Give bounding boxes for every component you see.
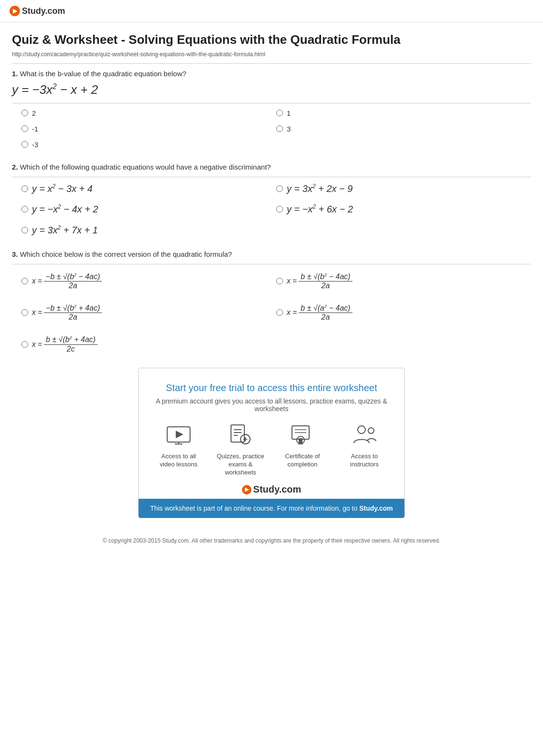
option-3-e[interactable]: x = b ± √(b2 + 4ac) 2c (21, 335, 276, 353)
option-1-a[interactable]: 2 (21, 109, 276, 117)
option-3-d[interactable]: x = b ± √(a2 − 4ac) 2a (276, 303, 531, 322)
radio-3-c[interactable] (21, 309, 28, 316)
radio-1-b[interactable] (276, 110, 283, 116)
radio-3-a[interactable] (21, 278, 28, 284)
radio-1-d[interactable] (276, 125, 283, 132)
option-2-e[interactable]: y = 3x2 + 7x + 1 (21, 224, 276, 236)
question-2-number: 2. (12, 163, 18, 171)
page-url: http://study.com/academy/practice/quiz-w… (12, 51, 531, 58)
divider-q1 (12, 103, 531, 103)
option-1-c[interactable]: -1 (21, 125, 276, 133)
question-1: 1. What is the b-value of the quadratic … (12, 70, 531, 149)
radio-3-b[interactable] (276, 278, 283, 284)
svg-marker-1 (176, 431, 183, 438)
upsell-banner-link[interactable]: Study.com (359, 504, 393, 512)
quizzes-icon (227, 422, 254, 449)
upsell-subtitle: A premium account gives you access to al… (153, 397, 390, 413)
radio-2-e[interactable] (21, 227, 28, 233)
question-2: 2. Which of the following quadratic equa… (12, 163, 531, 236)
radio-1-c[interactable] (21, 125, 28, 132)
option-3-c[interactable]: x = −b ± √(b2 + 4ac) 2a (21, 303, 276, 322)
option-2-a[interactable]: y = x2 − 3x + 4 (21, 183, 276, 194)
feature-quizzes: Quizzes, practice exams & worksheets (217, 422, 264, 477)
feature-instructors-label: Access to instructors (341, 453, 388, 469)
radio-2-d[interactable] (276, 206, 283, 212)
svg-rect-4 (231, 425, 244, 442)
page-title: Quiz & Worksheet - Solving Equations wit… (12, 32, 531, 48)
divider-1 (12, 63, 531, 64)
radio-3-e[interactable] (21, 341, 28, 348)
feature-quizzes-label: Quizzes, practice exams & worksheets (217, 453, 264, 477)
question-3-number: 3. (12, 250, 18, 258)
option-2-c[interactable]: y = −x2 − 4x + 2 (21, 203, 276, 215)
option-3-a[interactable]: x = −b ± √(b2 − 4ac) 2a (21, 272, 276, 290)
question-3-text: 3. Which choice below is the correct ver… (12, 250, 531, 258)
main-content: Quiz & Worksheet - Solving Equations wit… (0, 22, 543, 558)
option-1-e[interactable]: -3 (21, 141, 276, 149)
logo-icon: ▶ (10, 6, 20, 16)
features-row: Access to all video lessons Quizzes, pra… (153, 422, 390, 477)
option-1-d[interactable]: 3 (276, 125, 531, 133)
radio-2-b[interactable] (276, 185, 283, 192)
upsell-banner: This worksheet is part of an online cour… (139, 499, 404, 518)
question-1-text: 1. What is the b-value of the quadratic … (12, 70, 531, 78)
svg-point-17 (368, 428, 374, 433)
upsell-logo: ▶ Study.com (153, 484, 390, 495)
option-3-b[interactable]: x = b ± √(b2 − 4ac) 2a (276, 272, 531, 290)
upsell-box: Start your free trial to access this ent… (138, 368, 405, 519)
radio-2-c[interactable] (21, 206, 28, 212)
radio-2-a[interactable] (21, 185, 28, 192)
svg-point-16 (358, 426, 365, 433)
feature-video-label: Access to all video lessons (155, 453, 202, 469)
upsell-logo-icon: ▶ (242, 485, 251, 494)
upsell-logo-text: Study.com (253, 484, 302, 495)
option-2-d[interactable]: y = −x2 + 6x − 2 (276, 203, 531, 215)
radio-3-d[interactable] (276, 309, 283, 316)
radio-1-a[interactable] (21, 110, 28, 116)
instructors-icon (351, 422, 378, 449)
upsell-banner-text: This worksheet is part of an online cour… (150, 504, 359, 512)
radio-1-e[interactable] (21, 141, 28, 148)
certificate-icon (289, 422, 316, 449)
option-1-b[interactable]: 1 (276, 109, 531, 117)
divider-q2 (12, 177, 531, 177)
option-2-b[interactable]: y = 3x2 + 2x − 9 (276, 183, 531, 194)
header: ▶ Study.com (0, 0, 543, 22)
question-1-formula: y = −3x2 − x + 2 (12, 82, 531, 97)
site-logo[interactable]: ▶ Study.com (10, 6, 533, 16)
feature-certificate: Certificate of completion (279, 422, 326, 477)
question-1-number: 1. (12, 70, 18, 78)
logo-text: Study.com (22, 6, 65, 16)
upsell-title: Start your free trial to access this ent… (153, 383, 390, 393)
feature-certificate-label: Certificate of completion (279, 453, 326, 469)
video-lessons-icon (165, 422, 192, 449)
divider-q3 (12, 264, 531, 264)
feature-video: Access to all video lessons (155, 422, 202, 477)
question-2-text: 2. Which of the following quadratic equa… (12, 163, 531, 171)
question-3: 3. Which choice below is the correct ver… (12, 250, 531, 353)
footer-text: © copyright 2003-2015 Study.com. All oth… (12, 533, 531, 549)
feature-instructors: Access to instructors (341, 422, 388, 477)
